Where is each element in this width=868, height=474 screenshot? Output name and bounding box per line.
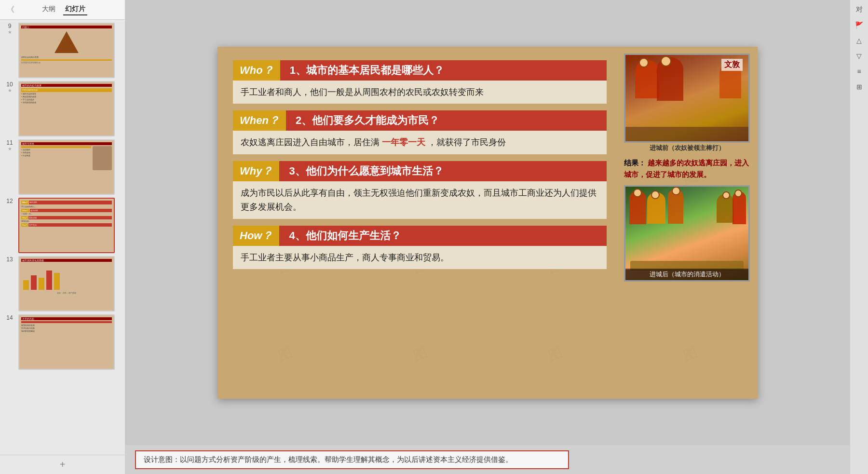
why-label: Why？ xyxy=(233,161,279,181)
slide-star-10: ★ xyxy=(8,88,12,93)
how-answer: 手工业者主要从事小商品生产，商人专事商业和贸易。 xyxy=(233,246,607,270)
who-label: Who？ xyxy=(233,60,280,81)
slide-container: 图图图图 图图图图 图图图图 图图图图 Who？ 1、城市的基本居民都是哪些人？… xyxy=(217,47,758,399)
slide-list: 9 ★ 问题三 农民社会结构示意图 以庄园为主的封建社会 10 ★ xyxy=(0,20,125,455)
annotation-box: 设计意图：以问题方式分析资产阶级的产生，梳理线索。帮助学生理解其概念，为以后讲述… xyxy=(135,450,569,469)
slide-number-14: 14 xyxy=(6,314,13,321)
slide-panel: 《 大纲 幻灯片 9 ★ 问题三 农民社会结构示意图 以 xyxy=(0,0,125,474)
slide-number-13: 13 xyxy=(6,256,13,263)
bottom-image-area: 进城后（城市的消遣活动） xyxy=(624,185,750,282)
slide-content: Who？ 1、城市的基本居民都是哪些人？ 手工业者和商人，他们一般是从周围农村的… xyxy=(217,47,758,399)
left-panel: Who？ 1、城市的基本居民都是哪些人？ 手工业者和商人，他们一般是从周围农村的… xyxy=(217,47,620,399)
toolbar-btn-down[interactable]: ▽ xyxy=(853,49,866,63)
when-answer-part1: 农奴逃离庄园进入自由城市，居住满 xyxy=(241,137,380,147)
feast-head-5 xyxy=(734,190,742,197)
slide-number-11: 11 xyxy=(6,139,13,146)
why-answer: 成为市民以后从此享有自由，领主无权强迫他们重新变成农奴，而且城市工商业还为人们提… xyxy=(233,181,607,219)
top-image-block: 文敦 xyxy=(624,54,750,143)
sidebar-header: 《 大纲 幻灯片 xyxy=(0,0,125,20)
thumb-inner-12: Who? 城市居民 手工业者和商人... When? 成为市民 一年零一天...… xyxy=(19,199,114,252)
slide-number-col-13: 13 xyxy=(3,256,16,263)
question-row-how: How？ 4、他们如何生产生活？ xyxy=(233,226,607,246)
sidebar-tabs: 大纲 幻灯片 xyxy=(40,4,87,15)
thumb-inner-10: 城市的兴起与发展 中世纪城市的兴起 • 城市兴起的背景 • 商业贸易的发展 • … xyxy=(19,82,114,135)
bottom-image-content xyxy=(625,187,748,280)
result-text-block: 结果： 越来越多的农奴逃离庄园，进入城市，促进了城市的发展。 xyxy=(624,157,750,180)
nav-arrows: 《 xyxy=(5,5,16,15)
slide-number-col-14: 14 xyxy=(3,314,16,321)
question-row-why: Why？ 3、他们为什么愿意到城市生活？ xyxy=(233,161,607,181)
question-who: Who？ 1、城市的基本居民都是哪些人？ 手工业者和商人，他们一般是从周围农村的… xyxy=(233,60,607,106)
wendun-area: 文敦 进城前（农奴被领主棒打） xyxy=(624,54,750,152)
who-title: 1、城市的基本居民都是哪些人？ xyxy=(280,60,607,81)
slide-item-9[interactable]: 9 ★ 问题三 农民社会结构示意图 以庄园为主的封建社会 xyxy=(3,23,122,78)
slide-number-col-9: 9 ★ xyxy=(3,23,16,35)
thumb-inner-9: 问题三 农民社会结构示意图 以庄园为主的封建社会 xyxy=(19,24,114,77)
slide-item-12[interactable]: 12 Who? 城市居民 手工业者和商人... When? 成为市民 一年零一天… xyxy=(3,198,122,253)
toolbar-btn-grid[interactable]: ⊞ xyxy=(853,80,866,94)
slide-item-13[interactable]: 13 城市居民变化趋势图 农奴→市民→资产阶级 xyxy=(3,256,122,311)
slide-item-11[interactable]: 11 ★ 城市与市民 • 自治城市 • 市民权利 • 行会制度 xyxy=(3,139,122,195)
wendun-label: 文敦 xyxy=(721,59,743,71)
feast-head-1 xyxy=(633,189,642,197)
slide-item-14[interactable]: 14 大学的兴起 教育机构的发展 学术自由与创新 知识阶层的崛起 xyxy=(3,314,122,370)
main-area: 图图图图 图图图图 图图图图 图图图图 Who？ 1、城市的基本居民都是哪些人？… xyxy=(125,0,850,474)
floor-1 xyxy=(625,127,748,141)
result-label: 结果： xyxy=(624,159,646,167)
toolbar-btn-up[interactable]: △ xyxy=(853,34,866,47)
slide-number-col-12: 12 xyxy=(3,198,16,204)
slide-thumb-13[interactable]: 城市居民变化趋势图 农奴→市民→资产阶级 xyxy=(18,256,115,311)
top-image-caption: 进城前（农奴被领主棒打） xyxy=(624,144,750,152)
feast-head-4 xyxy=(722,191,730,199)
bottom-image-caption: 进城后（城市的消遣活动） xyxy=(625,269,748,280)
slide-thumb-10[interactable]: 城市的兴起与发展 中世纪城市的兴起 • 城市兴起的背景 • 商业贸易的发展 • … xyxy=(18,81,115,136)
tab-outline[interactable]: 大纲 xyxy=(40,4,57,15)
question-how: How？ 4、他们如何生产生活？ 手工业者主要从事小商品生产，商人专事商业和贸易… xyxy=(233,226,607,271)
question-why: Why？ 3、他们为什么愿意到城市生活？ 成为市民以后从此享有自由，领主无权强迫… xyxy=(233,161,607,221)
how-title: 4、他们如何生产生活？ xyxy=(279,226,607,246)
slide-star-11: ★ xyxy=(8,146,12,151)
slide-number-9: 9 xyxy=(8,23,12,29)
add-slide-button[interactable]: + xyxy=(60,459,66,470)
when-title: 2、他们要多久才能成为市民？ xyxy=(286,110,607,131)
why-title: 3、他们为什么愿意到城市生活？ xyxy=(279,161,607,181)
slide-number-10: 10 xyxy=(6,81,13,88)
nav-left-arrow[interactable]: 《 xyxy=(5,5,16,15)
how-label: How？ xyxy=(233,226,279,246)
thumb-inner-13: 城市居民变化趋势图 农奴→市民→资产阶级 xyxy=(19,257,114,311)
head-2 xyxy=(661,56,671,67)
slide-number-12: 12 xyxy=(6,198,13,204)
slide-thumb-11[interactable]: 城市与市民 • 自治城市 • 市民权利 • 行会制度 xyxy=(18,139,115,195)
head-1 xyxy=(639,58,649,68)
annotation-text: 设计意图：以问题方式分析资产阶级的产生，梳理线索。帮助学生理解其概念，为以后讲述… xyxy=(144,455,513,463)
question-row-who: Who？ 1、城市的基本居民都是哪些人？ xyxy=(233,60,607,81)
when-answer-part3: ，就获得了市民身份 xyxy=(428,137,506,147)
toolbar-btn-flag[interactable]: 🚩 xyxy=(853,18,866,32)
annotation-bar: 设计意图：以问题方式分析资产阶级的产生，梳理线索。帮助学生理解其概念，为以后讲述… xyxy=(125,445,850,474)
slide-thumb-9[interactable]: 问题三 农民社会结构示意图 以庄园为主的封建社会 xyxy=(18,23,115,78)
question-when: When？ 2、他们要多久才能成为市民？ 农奴逃离庄园进入自由城市，居住满 一年… xyxy=(233,110,607,156)
thumb-inner-14: 大学的兴起 教育机构的发展 学术自由与创新 知识阶层的崛起 xyxy=(19,315,114,369)
thumb-inner-11: 城市与市民 • 自治城市 • 市民权利 • 行会制度 xyxy=(19,140,114,194)
toolbar-btn-menu[interactable]: ≡ xyxy=(853,65,866,78)
when-label: When？ xyxy=(233,110,286,131)
slide-number-col-11: 11 ★ xyxy=(3,139,16,151)
feast-head-3 xyxy=(672,187,680,195)
slide-thumb-12[interactable]: Who? 城市居民 手工业者和商人... When? 成为市民 一年零一天...… xyxy=(18,198,115,253)
slide-thumb-14[interactable]: 大学的兴起 教育机构的发展 学术自由与创新 知识阶层的崛起 xyxy=(18,314,115,370)
slide-canvas-area: 图图图图 图图图图 图图图图 图图图图 Who？ 1、城市的基本居民都是哪些人？… xyxy=(125,0,850,445)
when-answer: 农奴逃离庄园进入自由城市，居住满 一年零一天 ，就获得了市民身份 xyxy=(233,131,607,154)
slide-item-10[interactable]: 10 ★ 城市的兴起与发展 中世纪城市的兴起 • 城市兴起的背景 • 商业贸易的… xyxy=(3,81,122,136)
when-answer-highlight: 一年零一天 xyxy=(382,137,425,147)
right-panel: 文敦 进城前（农奴被领主棒打） 结果： 越来越多的农奴逃离庄园，进入城市，促进了… xyxy=(620,47,758,399)
who-answer: 手工业者和商人，他们一般是从周围农村的农民或农奴转变而来 xyxy=(233,81,607,104)
right-toolbar: 对 🚩 △ ▽ ≡ ⊞ xyxy=(850,0,868,474)
toolbar-btn-label[interactable]: 对 xyxy=(853,3,866,16)
question-row-when: When？ 2、他们要多久才能成为市民？ xyxy=(233,110,607,131)
feast-head-2 xyxy=(651,190,660,199)
bottom-image-block: 进城后（城市的消遣活动） xyxy=(624,185,750,282)
slide-number-col-10: 10 ★ xyxy=(3,81,16,93)
slide-star-9: ★ xyxy=(8,29,12,35)
sidebar-footer: + xyxy=(0,455,125,474)
tab-slides[interactable]: 幻灯片 xyxy=(63,4,87,15)
